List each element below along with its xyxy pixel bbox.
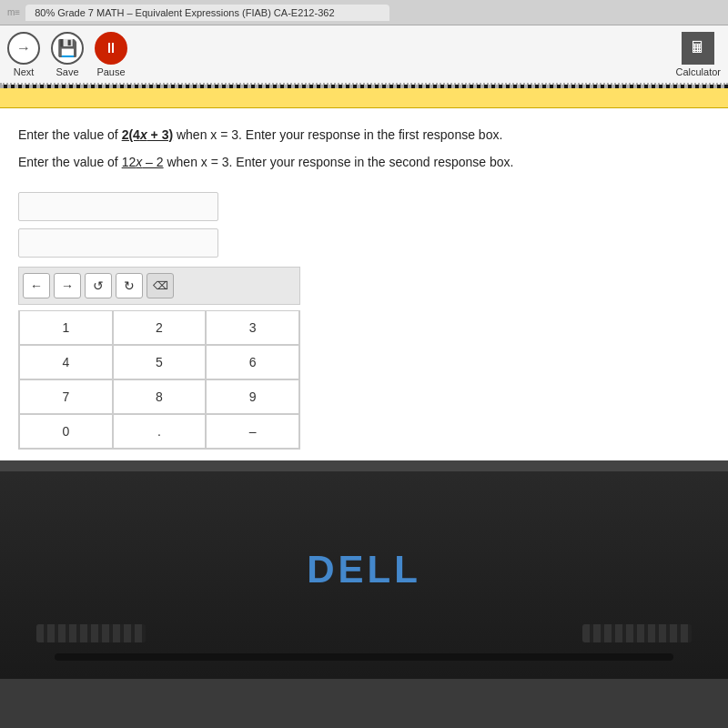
question-line-1: Enter the value of 2(4x + 3) when x = 3.… bbox=[18, 125, 710, 147]
key-0[interactable]: 0 bbox=[19, 414, 113, 449]
keypad-row-1: 1 2 3 bbox=[19, 310, 299, 345]
key-8[interactable]: 8 bbox=[113, 379, 207, 414]
pause-label: Pause bbox=[96, 66, 125, 77]
nav-delete-button[interactable]: ⌫ bbox=[147, 273, 174, 298]
key-4[interactable]: 4 bbox=[19, 345, 113, 379]
q1-prefix: Enter the value of bbox=[18, 127, 122, 142]
pause-button[interactable]: ⏸ Pause bbox=[95, 32, 127, 77]
key-2[interactable]: 2 bbox=[113, 310, 207, 345]
next-button[interactable]: → Next bbox=[7, 32, 40, 77]
key-minus[interactable]: – bbox=[206, 414, 299, 449]
next-label: Next bbox=[14, 66, 35, 77]
keypad-navigation: ← → ↺ ↻ ⌫ bbox=[18, 267, 300, 305]
q2-expr: 12x – 2 bbox=[122, 155, 164, 169]
response-box-2[interactable] bbox=[18, 228, 218, 258]
key-3[interactable]: 3 bbox=[206, 310, 299, 345]
save-icon: 💾 bbox=[51, 32, 84, 65]
key-1[interactable]: 1 bbox=[19, 310, 113, 345]
q1-suffix: when x = 3. Enter your response in the f… bbox=[173, 127, 502, 142]
save-label: Save bbox=[56, 66, 78, 77]
laptop-vent-right bbox=[582, 624, 692, 642]
laptop-base bbox=[55, 653, 673, 661]
yellow-banner bbox=[0, 88, 728, 108]
q2-prefix: Enter the value of bbox=[18, 155, 122, 169]
browser-tab[interactable]: 80% Grade 7 MATH – Equivalent Expression… bbox=[25, 5, 389, 21]
key-dot[interactable]: . bbox=[113, 414, 207, 449]
calculator-icon: 🖩 bbox=[682, 32, 714, 65]
laptop-hinge bbox=[0, 460, 728, 471]
response-box-1[interactable] bbox=[18, 192, 218, 221]
next-icon: → bbox=[7, 32, 40, 65]
main-content: Enter the value of 2(4x + 3) when x = 3.… bbox=[0, 108, 728, 460]
q1-expr: 2(4x + 3) bbox=[122, 127, 173, 142]
key-7[interactable]: 7 bbox=[19, 379, 113, 414]
toolbar: → Next 💾 Save ⏸ Pause 🖩 Calculator bbox=[0, 25, 728, 85]
laptop-body: DELL bbox=[0, 460, 728, 679]
dell-logo: DELL bbox=[307, 548, 421, 592]
browser-bar: m≡ 80% Grade 7 MATH – Equivalent Express… bbox=[0, 0, 728, 25]
q2-suffix: when x = 3. Enter your response in the s… bbox=[164, 155, 514, 169]
nav-left-button[interactable]: ← bbox=[23, 273, 50, 298]
numeric-keypad: 1 2 3 4 5 6 7 8 9 0 . – bbox=[18, 310, 300, 450]
calculator-button[interactable]: 🖩 Calculator bbox=[675, 32, 721, 77]
tab-title: 80% Grade 7 MATH – Equivalent Expression… bbox=[35, 7, 334, 18]
save-button[interactable]: 💾 Save bbox=[51, 32, 84, 77]
laptop-vent-left bbox=[36, 624, 146, 642]
keypad-row-2: 4 5 6 bbox=[19, 345, 299, 379]
nav-undo-button[interactable]: ↺ bbox=[85, 273, 112, 298]
question-line-2: Enter the value of 12x – 2 when x = 3. E… bbox=[18, 152, 710, 174]
nav-redo-button[interactable]: ↻ bbox=[116, 273, 143, 298]
response-boxes bbox=[18, 192, 710, 258]
nav-right-button[interactable]: → bbox=[54, 273, 81, 298]
keypad-row-3: 7 8 9 bbox=[19, 379, 299, 414]
key-5[interactable]: 5 bbox=[113, 345, 207, 379]
key-9[interactable]: 9 bbox=[206, 379, 299, 414]
keypad-row-4: 0 . – bbox=[19, 414, 299, 449]
pause-icon: ⏸ bbox=[95, 32, 127, 65]
key-6[interactable]: 6 bbox=[206, 345, 299, 379]
calculator-label: Calculator bbox=[675, 66, 721, 77]
